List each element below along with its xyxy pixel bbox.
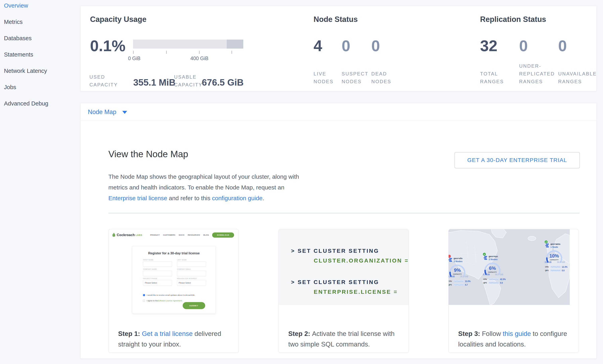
capacity-gauge-label: CAPACITY <box>449 273 467 275</box>
cockroach-labs-logo-icon <box>112 233 116 237</box>
mini-site-logo-text: Cockroach <box>117 233 135 237</box>
qps-sparkline <box>489 281 499 285</box>
sidebar-item-overview[interactable]: Overview <box>4 2 28 9</box>
sidebar-item-advanced-debug[interactable]: Advanced Debug <box>4 100 48 107</box>
capacity-gauge-label: CAPACITY <box>545 259 564 261</box>
cpu-metric-row: CPU42.5% <box>483 277 506 281</box>
form-field-company-email: COMPANY EMAIL <box>177 268 206 276</box>
qps-value: 0.0 <box>562 269 565 272</box>
locality-name: geo=sfo <box>453 257 462 260</box>
locality-node-count: 2 Nodes <box>453 260 463 263</box>
node-stat-label: SUSPECT NODES <box>342 70 368 85</box>
capacity-usage-title: Capacity Usage <box>90 15 146 24</box>
enterprise-trial-license-link[interactable]: Enterprise trial license <box>108 195 167 201</box>
capacity-bar-track <box>133 40 243 49</box>
mini-site-nav-docs: DOCS <box>179 234 184 236</box>
capacity-gauge-percent: 10% <box>545 253 564 259</box>
replication-stat-value: 0 <box>519 38 528 54</box>
capacity-used-value: 3.2 GiB <box>449 276 455 278</box>
get-enterprise-trial-button[interactable]: GET A 30-DAY ENTERPRISE TRIAL <box>454 152 580 168</box>
replication-stat-value: 32 <box>480 38 498 54</box>
checkbox-checked-icon <box>143 294 145 296</box>
cpu-label: CPU <box>545 266 549 268</box>
sidebar-item-network-latency[interactable]: Network Latency <box>4 68 47 74</box>
get-trial-license-link[interactable]: Get a trial license <box>142 330 193 337</box>
form-field-input: Please Select <box>143 280 172 286</box>
form-field-label: LAST NAME <box>177 259 206 261</box>
qps-label: QPS <box>545 269 549 271</box>
node-status-title: Node Status <box>313 15 358 24</box>
cpu-label: CPU <box>483 278 488 280</box>
view-selector-dropdown[interactable]: Node Map <box>81 103 596 121</box>
step-3-text: Follow <box>482 330 503 337</box>
database-nodes-icon <box>449 258 452 263</box>
qps-sparkline <box>453 283 464 287</box>
capacity-axis-tick <box>199 51 200 54</box>
step-2-label: Step 2: <box>288 330 312 337</box>
sidebar-item-jobs[interactable]: Jobs <box>4 84 16 90</box>
locality-node-count: 1 Node <box>550 246 558 248</box>
used-capacity-label: USED CAPACITY <box>89 73 118 88</box>
step-2-caption: Step 2: Activate the trial license with … <box>288 328 401 350</box>
configuration-guide-link[interactable]: configuration guide <box>212 195 263 201</box>
cpu-sparkline <box>489 277 499 281</box>
sidebar-item-metrics[interactable]: Metrics <box>4 19 23 25</box>
cpu-sparkline <box>453 279 464 283</box>
mini-site-logo-labs: LABS <box>136 234 142 236</box>
description-text: The Node Map shows the geographical layo… <box>108 173 299 191</box>
cpu-label: CPU <box>449 280 452 282</box>
mini-site-submit-button: SUBMIT <box>183 302 205 309</box>
qps-value: 4.7 <box>465 284 468 286</box>
sidebar-nav: OverviewMetricsDatabasesStatementsNetwor… <box>0 0 80 364</box>
form-field-company-name: COMPANY NAME <box>143 268 172 276</box>
cpu-metric-row: CPU12.3% <box>545 265 567 269</box>
capacity-bar: 0 GiB 400 GiB <box>133 40 243 99</box>
replication-stat-label: TOTAL RANGES <box>480 70 504 85</box>
description-text: . <box>263 195 264 201</box>
sidebar-item-statements[interactable]: Statements <box>4 51 33 58</box>
capacity-used-percent: 0.1% <box>90 38 126 54</box>
locality-name: geo=ams <box>550 243 560 245</box>
qps-metric-row: QPS4.7 <box>449 283 468 287</box>
step-3-caption: Step 3: Follow this guide to configure l… <box>458 328 571 350</box>
qps-metric-row: QPS0.0 <box>483 281 503 285</box>
capacity-gauge-percent: 9% <box>449 267 467 273</box>
view-selector-label: Node Map <box>88 109 116 116</box>
node-stat-label: DEAD NODES <box>371 70 391 85</box>
registration-form-fields: FIRST NAMELAST NAMECOMPANY NAMECOMPANY E… <box>143 259 206 286</box>
form-field-reason-for-interest: REASON FOR INTERESTPlease Select <box>177 278 206 286</box>
locality-name: geo=nyc <box>489 255 498 257</box>
mini-site-download-button: DOWNLOAD <box>212 232 234 238</box>
form-field-input <box>143 261 172 267</box>
form-field-label: COMPANY NAME <box>143 268 172 270</box>
software-license-agreement-link: Software License Agreement. <box>158 299 183 302</box>
section-divider <box>108 213 580 213</box>
qps-metric-row: QPS0.0 <box>545 269 565 272</box>
node-map-preview: geo=sfo2 Nodes9%CAPACITY3.2 GiB35.1 GiBC… <box>449 229 570 305</box>
replication-stat-value: 0 <box>558 38 567 54</box>
locality-node-count: 2 Nodes <box>489 258 498 261</box>
step-1-card: Cockroach LABS PRODUCTCUSTOMERSDOCSRESOU… <box>108 229 239 353</box>
form-field-last-name: LAST NAME <box>177 259 206 267</box>
this-guide-link[interactable]: this guide <box>503 330 531 337</box>
database-nodes-icon <box>484 256 487 261</box>
node-status-ok-icon <box>483 253 486 256</box>
checkbox-unchecked-icon <box>143 300 145 302</box>
sidebar-item-databases[interactable]: Databases <box>4 35 32 42</box>
capacity-axis-tick <box>232 51 232 54</box>
capacity-total-value: 34.4 GiB <box>557 261 565 263</box>
node-map-description: The Node Map shows the geographical layo… <box>108 171 300 204</box>
cpu-value: 12.3% <box>562 266 567 268</box>
form-field-input <box>177 261 206 267</box>
step-1-caption: Step 1: Get a trial license delivered st… <box>118 328 231 350</box>
sql-commands-preview: > SET CLUSTER SETTINGCLUSTER.ORGANIZATIO… <box>279 229 409 305</box>
mini-site-nav: PRODUCTCUSTOMERSDOCSRESOURCESBLOG <box>150 234 209 236</box>
database-nodes-icon <box>545 243 549 249</box>
form-field-input <box>177 271 206 276</box>
sql-setting-line: ENTERPRISE.LICENSE = <box>314 289 398 295</box>
capacity-total-value: 35.1 GiB <box>460 276 468 278</box>
form-field-label: FIRST NAME <box>143 259 172 261</box>
node-status-ok-icon <box>545 240 548 243</box>
form-field-project-phase: PROJECT PHASEPlease Select <box>143 278 172 286</box>
cpu-value: 42.5% <box>500 278 506 280</box>
